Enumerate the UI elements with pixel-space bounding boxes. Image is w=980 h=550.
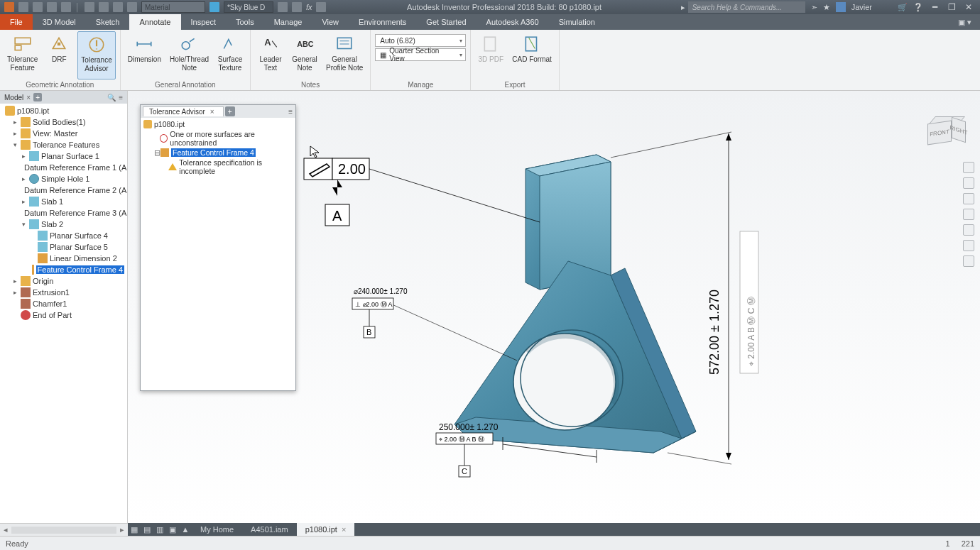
tree-node[interactable]: ▸Slab 1 — [0, 196, 127, 207]
file-tab[interactable]: File — [0, 14, 33, 30]
doc-tab[interactable]: My Home — [192, 523, 242, 536]
menu-icon[interactable]: ≡ — [119, 94, 123, 101]
advisor-item[interactable]: Tolerance specification is incomplete — [142, 158, 294, 176]
view-cube[interactable]: FRONT RIGHT — [927, 116, 967, 148]
surface-texture-button[interactable]: Surface Texture — [214, 31, 246, 79]
ribbon-options-icon[interactable]: ▣ ▾ — [958, 18, 971, 27]
nav-wheel-icon[interactable] — [963, 162, 974, 173]
save-icon[interactable] — [33, 2, 43, 12]
redo-icon[interactable] — [61, 2, 71, 12]
home-icon[interactable] — [85, 2, 94, 12]
view-layout-1[interactable]: ▦ — [128, 524, 141, 535]
auto-scale-dropdown[interactable]: Auto (6.82) — [375, 34, 466, 47]
view-layout-2[interactable]: ▤ — [141, 524, 153, 535]
advisor-tree[interactable]: p1080.iptOne or more surfaces are uncons… — [141, 118, 295, 177]
doc-tab[interactable]: A4501.iam — [242, 523, 297, 536]
app-icon[interactable] — [4, 2, 14, 12]
tab-get-started[interactable]: Get Started — [416, 14, 476, 30]
tree-node[interactable]: Planar Surface 5 — [0, 241, 127, 253]
doc-tab[interactable]: p1080.ipt × — [297, 523, 355, 536]
tab-3d-model[interactable]: 3D Model — [33, 14, 86, 30]
side-fcf[interactable]: ⌖ 2.00 A B Ⓜ C Ⓜ — [740, 231, 758, 373]
tree-node[interactable]: ▸Extrusion1 — [0, 287, 127, 298]
appearance-dropdown[interactable]: *Sky Blue D — [224, 1, 273, 13]
model-tree[interactable]: p1080.ipt▸Solid Bodies(1)▸View: Master▾T… — [0, 104, 127, 523]
qat-icon-5[interactable] — [292, 2, 302, 12]
tree-node[interactable]: ▸Origin — [0, 275, 127, 287]
user-avatar-icon[interactable] — [836, 2, 846, 12]
tree-node[interactable]: Linear Dimension 2 — [0, 253, 127, 264]
appearance-swatch[interactable] — [209, 2, 219, 12]
lookat-icon[interactable] — [963, 224, 974, 236]
tab-tools[interactable]: Tools — [226, 14, 264, 30]
advisor-tab[interactable]: Tolerance Advisor × — [143, 106, 224, 116]
drf-button[interactable]: DRF — [43, 31, 75, 79]
favorite-icon[interactable]: ★ — [823, 3, 830, 12]
tree-node[interactable]: Datum Reference Frame 2 (A — [0, 185, 127, 196]
tab-inspect[interactable]: Inspect — [181, 14, 226, 30]
hole-dimension[interactable]: ⌀240.000± 1.270 ⊥ ⌀2.00 Ⓜ A B — [352, 287, 517, 361]
search-icon[interactable]: 🔍 — [107, 94, 116, 101]
tree-node[interactable]: ▸Planar Surface 1 — [0, 150, 127, 162]
general-profile-note-button[interactable]: General Profile Note — [323, 31, 366, 79]
tab-environments[interactable]: Environments — [349, 14, 416, 30]
cart-icon[interactable]: 🛒 — [898, 3, 908, 12]
hole-thread-note-button[interactable]: Hole/Thread Note — [167, 31, 212, 79]
view-up-icon[interactable]: ▲ — [179, 524, 192, 535]
tree-node[interactable]: Planar Surface 4 — [0, 230, 127, 241]
undo-icon[interactable] — [47, 2, 57, 12]
add-advisor-tab[interactable]: + — [225, 106, 235, 116]
nav-icon-6[interactable] — [963, 240, 974, 251]
close-tab-icon[interactable]: × — [26, 94, 31, 101]
tab-simulation[interactable]: Simulation — [549, 14, 605, 30]
advisor-item[interactable]: ⊟Feature Control Frame 4 — [142, 148, 294, 158]
tree-node[interactable]: End of Part — [0, 309, 127, 321]
minimize-button[interactable]: ━ — [929, 2, 940, 12]
restore-button[interactable]: ❐ — [946, 2, 957, 12]
zoom-icon[interactable] — [963, 193, 974, 204]
advisor-menu-icon[interactable]: ≡ — [285, 108, 295, 116]
tree-node[interactable]: Feature Control Frame 4 — [0, 264, 127, 275]
tolerance-advisor-button[interactable]: Tolerance Advisor — [77, 31, 115, 79]
help-icon[interactable]: ❔ — [913, 3, 923, 12]
dimension-button[interactable]: Dimension — [125, 31, 164, 79]
close-advisor-tab[interactable]: × — [207, 108, 217, 116]
tab-annotate[interactable]: Annotate — [129, 14, 180, 30]
close-button[interactable]: ✕ — [963, 2, 974, 12]
advisor-item[interactable]: One or more surfaces are unconstrained — [142, 129, 294, 148]
orbit-icon[interactable] — [963, 209, 974, 220]
tree-node[interactable]: Datum Reference Frame 3 (A — [0, 207, 127, 219]
tab-view[interactable]: View — [312, 14, 349, 30]
view-layout-4[interactable]: ▣ — [166, 524, 179, 535]
leader-text-button[interactable]: A Leader Text — [255, 31, 286, 79]
qat-icon-3[interactable] — [127, 2, 137, 12]
cad-format-button[interactable]: CAD Format — [509, 31, 555, 79]
tree-node[interactable]: ▸View: Master — [0, 128, 127, 139]
open-icon[interactable] — [18, 2, 28, 12]
pan-icon[interactable] — [963, 177, 974, 189]
tree-node[interactable]: ▸Simple Hole 1 — [0, 173, 127, 185]
tab-manage[interactable]: Manage — [264, 14, 312, 30]
tolerance-feature-button[interactable]: Tolerance Feature — [4, 31, 40, 79]
tree-node[interactable]: Datum Reference Frame 1 (A — [0, 162, 127, 173]
3d-pdf-button[interactable]: 3D PDF — [475, 31, 506, 79]
tab-sketch[interactable]: Sketch — [86, 14, 130, 30]
add-tab-icon[interactable]: + — [33, 93, 42, 101]
tree-node[interactable]: ▸Solid Bodies(1) — [0, 116, 127, 128]
signin-arrow-icon[interactable]: ➣ — [811, 3, 817, 12]
qat-icon-4[interactable] — [278, 2, 288, 12]
tree-root[interactable]: p1080.ipt — [0, 105, 127, 116]
nav-icon-7[interactable] — [963, 255, 974, 267]
browser-hscroll[interactable]: ◂▸ — [0, 523, 128, 536]
material-dropdown[interactable]: Material — [141, 1, 205, 13]
flatness-fcf[interactable]: 2.00 A — [304, 158, 369, 226]
tree-node[interactable]: ▾Tolerance Features — [0, 139, 127, 150]
qat-icon-6[interactable] — [316, 2, 326, 12]
tree-node[interactable]: Chamfer1 — [0, 298, 127, 309]
section-view-dropdown[interactable]: ▦ Quarter Section View — [375, 48, 466, 61]
advisor-root[interactable]: p1080.ipt — [142, 119, 294, 129]
tree-node[interactable]: ▾Slab 2 — [0, 219, 127, 230]
view-layout-3[interactable]: ▥ — [153, 524, 166, 535]
qat-icon-2[interactable] — [113, 2, 123, 12]
qat-icon-1[interactable] — [99, 2, 109, 12]
